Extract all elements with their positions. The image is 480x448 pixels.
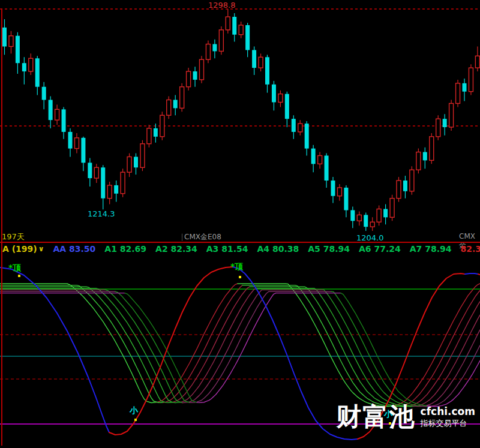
symbol-center-label: CMX金E08 (182, 232, 221, 242)
param-text: A6 77.24 (359, 244, 401, 254)
indicator-param-value: AA 83.50 (53, 244, 95, 254)
param-text: A5 78.94 (308, 244, 350, 254)
watermark-side: cfchi.com 指标交易平台 (421, 406, 475, 428)
crosshair-tick (182, 234, 183, 240)
top-signal-label-1: *顶 (8, 263, 21, 273)
param-text: A1 82.69 (104, 244, 146, 254)
param-text: 82.34 (460, 244, 480, 254)
signal-dot-icon (134, 419, 137, 421)
chevron-down-icon[interactable]: ∨ (38, 245, 44, 253)
indicator-param-value: 82.34 (460, 244, 480, 254)
watermark: 财富池 cfchi.com 指标交易平台 (337, 403, 475, 431)
indicator-param-value: A7 78.94 (410, 244, 452, 254)
watermark-domain: cfchi.com (421, 406, 475, 417)
kline-low-label-2: 1204.0 (356, 234, 384, 242)
indicator-param-value: A1 82.69 (104, 244, 146, 254)
kline-low-label-1: 1214.3 (88, 210, 115, 218)
indicator-params-row: A (199)∨AA 83.50A1 82.69A2 82.34A3 81.54… (2, 243, 480, 254)
signal-dot-icon (18, 275, 20, 277)
param-text: A3 81.54 (206, 244, 248, 254)
watermark-tagline: 指标交易平台 (421, 419, 475, 428)
param-text: AA 83.50 (53, 244, 95, 254)
panel-separator-line (0, 242, 480, 243)
kline-chart (0, 0, 480, 231)
indicator-param-value: A6 77.24 (359, 244, 401, 254)
bottom-signal-label-1: 小 (130, 405, 138, 416)
indicator-param-value: A2 82.34 (155, 244, 197, 254)
period-days-label: 197天 (2, 231, 25, 242)
kline-high-label: 1298.8 (208, 1, 236, 10)
indicator-name-dropdown[interactable]: A (199)∨ (2, 244, 44, 254)
indicator-param-value: A4 80.38 (257, 244, 299, 254)
param-text: A2 82.34 (155, 244, 197, 254)
top-signal-label-2: *顶 (230, 261, 243, 272)
chart-left-border (1, 8, 2, 446)
watermark-brand: 财富池 (337, 403, 416, 431)
param-text: A (199) (2, 244, 37, 254)
indicator-param-value: A3 81.54 (206, 244, 248, 254)
symbol-center-text: CMX金E08 (184, 233, 221, 241)
indicator-param-value: A5 78.94 (308, 244, 350, 254)
status-bar: 197天 CMX金E08 CMX金 (0, 231, 480, 242)
param-text: A7 78.94 (410, 244, 452, 254)
trading-chart-window: 1298.8 1214.3 1204.0 197天 CMX金E08 CMX金 A… (0, 0, 480, 448)
param-text: A4 80.38 (257, 244, 299, 254)
signal-dot-icon (239, 276, 241, 278)
